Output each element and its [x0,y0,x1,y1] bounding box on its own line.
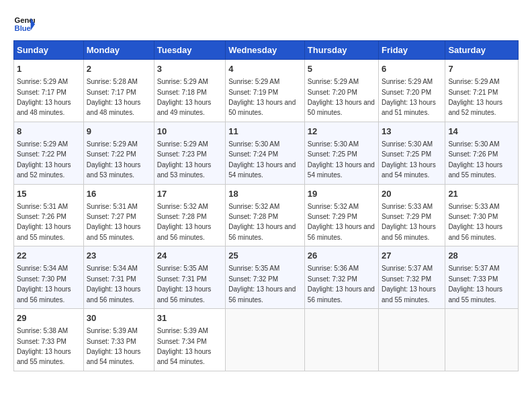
day-info: Sunrise: 5:30 AMSunset: 7:25 PMDaylight:… [382,140,436,179]
day-number: 1 [17,63,81,75]
calendar-cell: 25 Sunrise: 5:35 AMSunset: 7:32 PMDaylig… [226,246,305,309]
calendar-cell: 6 Sunrise: 5:29 AMSunset: 7:20 PMDayligh… [379,60,445,122]
day-info: Sunrise: 5:29 AMSunset: 7:20 PMDaylight:… [308,78,375,116]
day-info: Sunrise: 5:29 AMSunset: 7:22 PMDaylight:… [17,140,71,179]
day-number: 16 [87,188,151,200]
day-number: 19 [308,188,375,200]
calendar-cell: 28 Sunrise: 5:37 AMSunset: 7:33 PMDaylig… [445,246,519,309]
calendar-cell: 27 Sunrise: 5:37 AMSunset: 7:32 PMDaylig… [379,246,445,309]
day-header-sunday: Sunday [14,41,84,60]
day-number: 30 [87,312,151,324]
calendar-cell [226,309,305,371]
day-info: Sunrise: 5:33 AMSunset: 7:30 PMDaylight:… [448,203,502,241]
day-info: Sunrise: 5:28 AMSunset: 7:17 PMDaylight:… [87,78,141,116]
calendar-cell: 31 Sunrise: 5:39 AMSunset: 7:34 PMDaylig… [154,309,225,371]
day-header-tuesday: Tuesday [154,41,225,60]
day-info: Sunrise: 5:29 AMSunset: 7:22 PMDaylight:… [87,140,141,179]
day-info: Sunrise: 5:29 AMSunset: 7:20 PMDaylight:… [382,78,436,116]
day-number: 12 [308,126,375,138]
calendar-cell: 3 Sunrise: 5:29 AMSunset: 7:18 PMDayligh… [154,60,225,122]
calendar-cell [379,309,445,371]
day-number: 18 [228,188,302,200]
day-number: 26 [308,250,375,262]
day-info: Sunrise: 5:37 AMSunset: 7:32 PMDaylight:… [382,265,436,303]
day-number: 3 [157,63,222,75]
day-number: 29 [17,312,81,324]
day-info: Sunrise: 5:29 AMSunset: 7:18 PMDaylight:… [157,78,212,116]
calendar-cell: 2 Sunrise: 5:28 AMSunset: 7:17 PMDayligh… [83,60,154,122]
day-info: Sunrise: 5:31 AMSunset: 7:26 PMDaylight:… [17,203,71,241]
day-info: Sunrise: 5:34 AMSunset: 7:31 PMDaylight:… [87,265,141,303]
calendar-week-1: 1 Sunrise: 5:29 AMSunset: 7:17 PMDayligh… [14,60,519,122]
calendar-week-4: 22 Sunrise: 5:34 AMSunset: 7:30 PMDaylig… [14,246,519,309]
logo: General Blue [13,13,35,35]
day-header-monday: Monday [83,41,154,60]
day-number: 9 [87,126,151,138]
day-info: Sunrise: 5:29 AMSunset: 7:17 PMDaylight:… [17,78,71,116]
calendar-cell: 16 Sunrise: 5:31 AMSunset: 7:27 PMDaylig… [83,184,154,246]
day-number: 22 [17,250,81,262]
calendar-week-2: 8 Sunrise: 5:29 AMSunset: 7:22 PMDayligh… [14,122,519,184]
calendar-cell: 1 Sunrise: 5:29 AMSunset: 7:17 PMDayligh… [14,60,84,122]
svg-text:Blue: Blue [15,24,31,32]
day-header-saturday: Saturday [445,41,519,60]
calendar-week-5: 29 Sunrise: 5:38 AMSunset: 7:33 PMDaylig… [14,309,519,371]
day-number: 8 [17,126,81,138]
day-number: 23 [87,250,151,262]
day-number: 2 [87,63,151,75]
day-number: 28 [448,250,515,262]
day-info: Sunrise: 5:30 AMSunset: 7:24 PMDaylight:… [228,140,296,179]
day-info: Sunrise: 5:33 AMSunset: 7:29 PMDaylight:… [382,203,436,241]
day-number: 6 [382,63,442,75]
day-info: Sunrise: 5:32 AMSunset: 7:28 PMDaylight:… [157,203,212,241]
day-header-friday: Friday [379,41,445,60]
day-info: Sunrise: 5:29 AMSunset: 7:19 PMDaylight:… [228,78,296,116]
calendar-cell: 21 Sunrise: 5:33 AMSunset: 7:30 PMDaylig… [445,184,519,246]
day-info: Sunrise: 5:39 AMSunset: 7:34 PMDaylight:… [157,327,212,365]
day-number: 15 [17,188,81,200]
calendar-table: SundayMondayTuesdayWednesdayThursdayFrid… [13,40,519,371]
day-info: Sunrise: 5:38 AMSunset: 7:33 PMDaylight:… [17,327,71,365]
day-number: 17 [157,188,222,200]
calendar-cell: 29 Sunrise: 5:38 AMSunset: 7:33 PMDaylig… [14,309,84,371]
day-number: 5 [308,63,375,75]
calendar-cell: 5 Sunrise: 5:29 AMSunset: 7:20 PMDayligh… [304,60,378,122]
calendar-header-row: SundayMondayTuesdayWednesdayThursdayFrid… [14,41,519,60]
day-info: Sunrise: 5:35 AMSunset: 7:32 PMDaylight:… [228,265,296,303]
day-info: Sunrise: 5:37 AMSunset: 7:33 PMDaylight:… [448,265,502,303]
calendar-cell: 23 Sunrise: 5:34 AMSunset: 7:31 PMDaylig… [83,246,154,309]
calendar-cell: 7 Sunrise: 5:29 AMSunset: 7:21 PMDayligh… [445,60,519,122]
calendar-cell: 19 Sunrise: 5:32 AMSunset: 7:29 PMDaylig… [304,184,378,246]
calendar-cell: 13 Sunrise: 5:30 AMSunset: 7:25 PMDaylig… [379,122,445,184]
calendar-cell: 26 Sunrise: 5:36 AMSunset: 7:32 PMDaylig… [304,246,378,309]
day-number: 13 [382,126,442,138]
day-number: 7 [448,63,515,75]
day-number: 4 [228,63,302,75]
calendar-cell: 9 Sunrise: 5:29 AMSunset: 7:22 PMDayligh… [83,122,154,184]
calendar-cell: 12 Sunrise: 5:30 AMSunset: 7:25 PMDaylig… [304,122,378,184]
logo-icon: General Blue [13,13,35,35]
day-info: Sunrise: 5:32 AMSunset: 7:28 PMDaylight:… [228,203,296,241]
calendar-cell: 18 Sunrise: 5:32 AMSunset: 7:28 PMDaylig… [226,184,305,246]
day-number: 31 [157,312,222,324]
calendar-cell: 10 Sunrise: 5:29 AMSunset: 7:23 PMDaylig… [154,122,225,184]
day-number: 20 [382,188,442,200]
day-number: 24 [157,250,222,262]
day-number: 11 [228,126,302,138]
day-header-wednesday: Wednesday [226,41,305,60]
day-info: Sunrise: 5:29 AMSunset: 7:21 PMDaylight:… [448,78,502,116]
calendar-cell: 22 Sunrise: 5:34 AMSunset: 7:30 PMDaylig… [14,246,84,309]
day-number: 25 [228,250,302,262]
day-number: 27 [382,250,442,262]
day-info: Sunrise: 5:30 AMSunset: 7:25 PMDaylight:… [308,140,375,179]
page-header: General Blue [13,13,519,35]
day-number: 21 [448,188,515,200]
calendar-week-3: 15 Sunrise: 5:31 AMSunset: 7:26 PMDaylig… [14,184,519,246]
day-number: 10 [157,126,222,138]
day-info: Sunrise: 5:29 AMSunset: 7:23 PMDaylight:… [157,140,212,179]
day-info: Sunrise: 5:30 AMSunset: 7:26 PMDaylight:… [448,140,502,179]
day-header-thursday: Thursday [304,41,378,60]
calendar-cell: 8 Sunrise: 5:29 AMSunset: 7:22 PMDayligh… [14,122,84,184]
calendar-cell: 4 Sunrise: 5:29 AMSunset: 7:19 PMDayligh… [226,60,305,122]
calendar-cell [304,309,378,371]
